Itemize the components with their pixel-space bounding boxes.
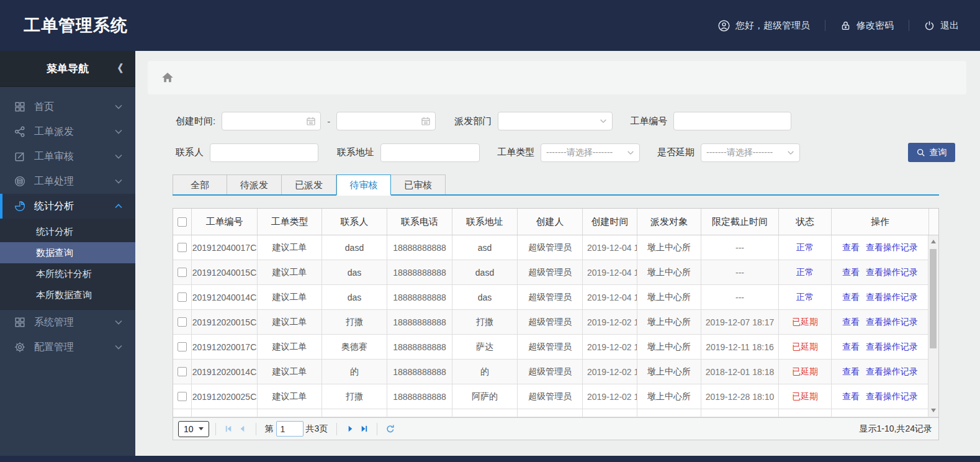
calendar-icon[interactable]: [306, 116, 316, 126]
view-log-link[interactable]: 查看操作记录: [866, 292, 918, 303]
order-no-label: 工单编号: [630, 116, 667, 127]
page-number-input[interactable]: [276, 421, 303, 437]
sidebar-subitem-4-0[interactable]: 统计分析: [0, 221, 135, 242]
sidebar-subitem-4-1[interactable]: 数据查询: [0, 242, 135, 263]
view-link[interactable]: 查看: [842, 366, 860, 378]
view-link[interactable]: 查看: [842, 267, 860, 278]
order-no-input[interactable]: [674, 112, 791, 130]
cell-status: 正常: [779, 260, 832, 284]
column-header-1: 工单类型: [258, 209, 322, 235]
tab-0[interactable]: 全部: [173, 174, 227, 194]
page-size-select[interactable]: 10: [178, 421, 209, 437]
cell-address: 阿萨的: [452, 384, 518, 409]
column-header-10: 操作: [832, 209, 929, 235]
vertical-scrollbar[interactable]: [928, 235, 938, 417]
tab-3[interactable]: 待审核: [336, 174, 391, 196]
cell-deadline: ---: [701, 260, 779, 284]
view-log-link[interactable]: 查看操作记录: [866, 317, 918, 328]
bottom-bar: [0, 456, 980, 462]
user-greeting[interactable]: 您好，超级管理员: [718, 20, 810, 32]
address-input[interactable]: [381, 144, 479, 161]
view-log-link[interactable]: 查看操作记录: [866, 391, 918, 402]
next-page-button[interactable]: [343, 422, 357, 436]
home-icon[interactable]: [161, 71, 174, 84]
tab-2[interactable]: 已派发: [282, 174, 336, 194]
sidebar-item-4[interactable]: 统计分析: [0, 194, 135, 219]
tab-4[interactable]: 已审核: [391, 174, 446, 194]
select-all-checkbox[interactable]: [178, 217, 187, 227]
view-link[interactable]: 查看: [842, 342, 860, 353]
contact-input[interactable]: [210, 144, 318, 161]
cell-order_no: 201912040014C: [192, 285, 258, 309]
row-checkbox-cell: [173, 285, 192, 309]
view-link[interactable]: 查看: [842, 391, 860, 402]
chevron-down-icon: [627, 149, 634, 156]
last-page-button[interactable]: [357, 422, 371, 436]
sidebar-item-2[interactable]: 工单审核: [0, 144, 135, 169]
cell-order_no: 201912020015C: [192, 310, 258, 334]
sidebar-item-6[interactable]: 配置管理: [0, 335, 135, 360]
row-checkbox[interactable]: [178, 243, 187, 252]
row-checkbox[interactable]: [178, 392, 187, 401]
row-checkbox[interactable]: [178, 342, 187, 351]
calendar-icon[interactable]: [421, 116, 431, 126]
cell-target: 墩上中心所: [637, 260, 701, 284]
view-log-link[interactable]: 查看操作记录: [866, 267, 918, 278]
dispatch-dept-select[interactable]: [498, 112, 613, 130]
sidebar-item-1[interactable]: 工单派发: [0, 119, 135, 144]
cell-empty: [779, 409, 832, 417]
cell-phone: 18888888888: [387, 360, 452, 384]
row-checkbox[interactable]: [178, 317, 187, 327]
delayed-select[interactable]: -------请选择-------: [701, 143, 800, 162]
sidebar-subitem-4-3[interactable]: 本所数据查询: [0, 284, 135, 306]
table-row-5: 201912020014C建议工单的18888888888的超级管理员2019-…: [173, 360, 938, 384]
table-row-3: 201912020015C建议工单打撒18888888888打撒超级管理员201…: [173, 310, 938, 335]
cell-deadline: ---: [701, 235, 779, 260]
chevron-down-icon: [600, 117, 607, 125]
column-header-4: 联系地址: [452, 209, 518, 235]
table-row-6: 201912020025C建议工单打撒18888888888阿萨的超级管理员20…: [173, 384, 938, 409]
row-checkbox[interactable]: [178, 268, 187, 277]
tab-1[interactable]: 待派发: [227, 174, 282, 194]
cell-created: 2019-12-02 17: [583, 335, 637, 359]
view-log-link[interactable]: 查看操作记录: [866, 342, 918, 353]
cell-address: dasd: [452, 260, 518, 284]
cell-actions: 查看查看操作记录: [832, 360, 929, 384]
scrollbar-thumb[interactable]: [930, 249, 937, 348]
cell-type: 建议工单: [258, 310, 322, 334]
sidebar-item-0[interactable]: 首页: [0, 94, 135, 119]
chevron-up-icon: [114, 202, 123, 211]
cell-actions: 查看查看操作记录: [832, 384, 929, 409]
row-checkbox[interactable]: [178, 292, 187, 302]
gear-icon: [14, 342, 26, 353]
greeting-label: 您好，超级管理员: [735, 20, 810, 32]
view-link[interactable]: 查看: [842, 242, 860, 253]
view-link[interactable]: 查看: [842, 317, 860, 328]
change-password-button[interactable]: 修改密码: [840, 20, 894, 32]
cell-type: 建议工单: [258, 235, 322, 260]
search-button[interactable]: 查询: [908, 143, 955, 162]
collapse-sidebar-icon[interactable]: 《: [112, 61, 122, 76]
sidebar-subitem-4-2[interactable]: 本所统计分析: [0, 263, 135, 284]
search-button-label: 查询: [930, 147, 947, 158]
order-no-field: [673, 112, 791, 130]
sidebar-item-3[interactable]: 工单处理: [0, 169, 135, 194]
first-page-button[interactable]: [222, 422, 236, 436]
scroll-up-icon[interactable]: [931, 240, 936, 243]
sidebar-item-5[interactable]: 系统管理: [0, 310, 135, 335]
view-log-link[interactable]: 查看操作记录: [866, 242, 918, 253]
scroll-down-icon[interactable]: [931, 409, 936, 412]
prev-page-button[interactable]: [236, 422, 249, 436]
cell-order_no: 201912040015C: [192, 260, 258, 284]
refresh-icon[interactable]: [384, 422, 397, 436]
order-type-select[interactable]: -------请选择-------: [541, 143, 640, 162]
view-log-link[interactable]: 查看操作记录: [866, 366, 918, 378]
range-separator: -: [327, 116, 330, 127]
row-checkbox-cell: [173, 260, 192, 284]
address-label: 联系地址: [337, 147, 374, 158]
cell-contact: 打撒: [322, 384, 387, 409]
row-checkbox[interactable]: [178, 367, 187, 376]
logout-button[interactable]: 退出: [924, 20, 959, 32]
status-badge: 正常: [796, 267, 814, 278]
view-link[interactable]: 查看: [842, 292, 860, 303]
